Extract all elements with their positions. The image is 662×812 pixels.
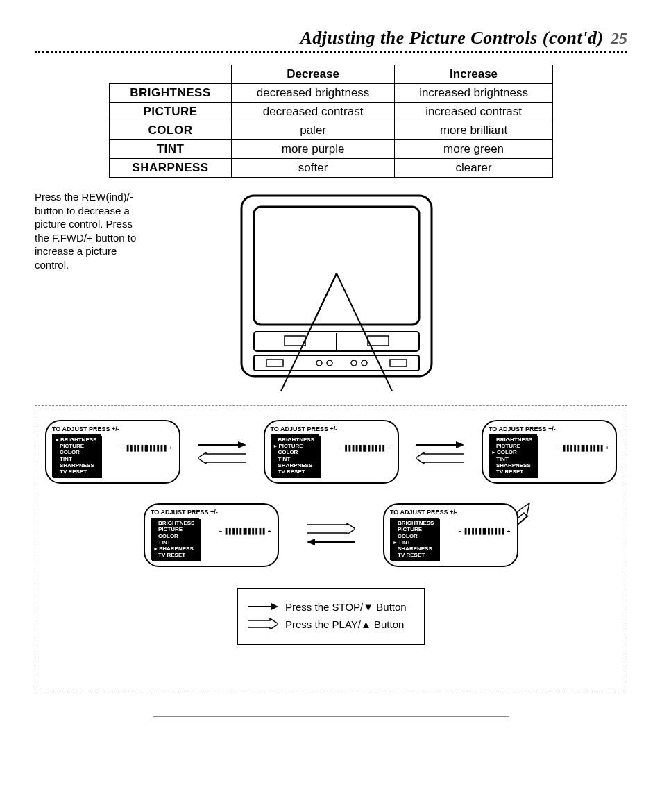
- svg-marker-26: [271, 603, 278, 610]
- tv-illustration: [236, 190, 437, 394]
- instruction-note: Press the REW(ind)/- button to decrease …: [35, 190, 146, 271]
- svg-marker-27: [248, 618, 278, 629]
- table-row: TINT more purple more green: [110, 140, 553, 159]
- osd-screen-color: TO ADJUST PRESS +/- BRIGHTNESS PICTURE C…: [482, 420, 617, 484]
- nav-arrows: [198, 440, 246, 464]
- legend-stop: Press the STOP/▼ Button: [285, 601, 407, 614]
- col-decrease: Decrease: [232, 65, 395, 84]
- svg-rect-5: [368, 336, 389, 346]
- legend-play: Press the PLAY/▲ Button: [285, 618, 404, 632]
- svg-rect-6: [254, 355, 419, 371]
- footer-rule: [153, 716, 509, 717]
- row-brightness: BRIGHTNESS: [110, 84, 232, 103]
- table-row: SHARPNESS softer clearer: [110, 159, 553, 178]
- arrow-left-hollow-icon: [198, 452, 246, 464]
- nav-arrows: [416, 440, 464, 464]
- nav-arrows: [307, 523, 355, 547]
- arrow-right-hollow-icon: [248, 618, 278, 632]
- svg-marker-15: [198, 452, 246, 464]
- arrow-right-hollow-icon: [307, 523, 355, 534]
- osd-screen-sharpness: TO ADJUST PRESS +/- BRIGHTNESS PICTURE C…: [144, 503, 279, 567]
- header-rule: [35, 51, 627, 53]
- osd-screen-brightness: TO ADJUST PRESS +/- BRIGHTNESS PICTURE C…: [45, 420, 180, 484]
- page-number: 25: [611, 29, 627, 47]
- svg-rect-4: [285, 336, 305, 346]
- arrow-right-icon: [248, 602, 278, 614]
- svg-marker-14: [238, 441, 246, 448]
- table-row: PICTURE decreased contrast increased con…: [110, 103, 553, 121]
- svg-marker-18: [416, 452, 464, 464]
- arrow-right-icon: [198, 440, 246, 450]
- svg-marker-22: [307, 523, 355, 534]
- svg-rect-1: [254, 207, 419, 325]
- row-picture: PICTURE: [110, 103, 232, 121]
- row-tint: TINT: [110, 140, 232, 159]
- row-sharpness: SHARPNESS: [110, 159, 232, 178]
- page-title: Adjusting the Picture Controls (cont'd): [300, 28, 604, 48]
- osd-flow-diagram: TO ADJUST PRESS +/- BRIGHTNESS PICTURE C…: [35, 405, 627, 691]
- page-header: Adjusting the Picture Controls (cont'd) …: [35, 28, 627, 49]
- arrow-left-hollow-icon: [416, 452, 464, 464]
- table-row: BRIGHTNESS decreased brightness increase…: [110, 84, 553, 103]
- svg-marker-17: [456, 441, 464, 448]
- osd-screen-tint: TO ADJUST PRESS +/- BRIGHTNESS PICTURE C…: [383, 503, 518, 567]
- arrow-legend: Press the STOP/▼ Button Press the PLAY/▲…: [237, 588, 425, 645]
- arrow-left-icon: [307, 537, 355, 547]
- col-increase: Increase: [395, 65, 553, 84]
- svg-marker-24: [307, 539, 315, 545]
- table-row: COLOR paler more brilliant: [110, 121, 553, 140]
- row-color: COLOR: [110, 121, 232, 140]
- arrow-right-icon: [416, 440, 464, 450]
- osd-screen-picture: TO ADJUST PRESS +/- BRIGHTNESS PICTURE C…: [264, 420, 399, 484]
- picture-controls-table: Decrease Increase BRIGHTNESS decreased b…: [109, 65, 553, 178]
